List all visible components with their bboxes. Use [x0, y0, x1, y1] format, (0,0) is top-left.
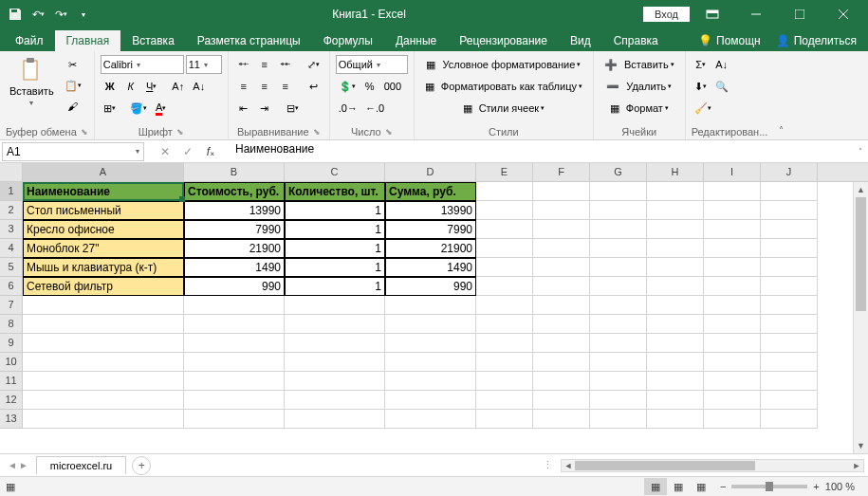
number-format-combo[interactable]: Общий▾ — [336, 55, 408, 74]
sort-filter-button[interactable]: A↓ — [712, 55, 731, 74]
cell[interactable] — [184, 391, 285, 410]
fill-color-button[interactable]: 🪣▾ — [127, 99, 150, 118]
align-middle-button[interactable]: ≡ — [255, 55, 274, 74]
cell[interactable] — [533, 315, 590, 334]
cell[interactable] — [647, 334, 704, 353]
cell[interactable] — [590, 182, 647, 201]
cell[interactable]: Кресло офисное — [23, 220, 184, 239]
cell[interactable] — [761, 391, 818, 410]
tab-data[interactable]: Данные — [384, 30, 448, 51]
format-painter-button[interactable]: 🖌 — [62, 97, 84, 116]
cell[interactable] — [761, 372, 818, 391]
cell[interactable] — [647, 201, 704, 220]
cell[interactable] — [184, 410, 285, 429]
vertical-scrollbar[interactable]: ▲ ▼ — [853, 182, 868, 453]
save-icon[interactable] — [8, 7, 23, 22]
cell[interactable] — [385, 334, 476, 353]
cell[interactable] — [285, 315, 385, 334]
decrease-font-button[interactable]: A↓ — [190, 77, 209, 96]
minimize-button[interactable] — [735, 0, 777, 28]
column-header[interactable]: F — [533, 163, 590, 181]
cell[interactable] — [476, 410, 533, 429]
scroll-down-icon[interactable]: ▼ — [854, 438, 868, 453]
scroll-right-icon[interactable]: ► — [850, 460, 863, 471]
cell[interactable] — [285, 334, 385, 353]
row-header[interactable]: 4 — [0, 239, 23, 258]
cell[interactable] — [590, 239, 647, 258]
zoom-out-button[interactable]: − — [720, 481, 726, 492]
cell[interactable] — [23, 391, 184, 410]
italic-button[interactable]: К — [121, 77, 140, 96]
comma-button[interactable]: 000 — [381, 77, 404, 96]
cell[interactable] — [590, 201, 647, 220]
page-layout-view-button[interactable]: ▦ — [667, 478, 690, 495]
cell[interactable]: 13990 — [184, 201, 285, 220]
cell[interactable] — [647, 239, 704, 258]
decrease-decimal-button[interactable]: ←.0 — [362, 99, 387, 118]
tab-page-layout[interactable]: Разметка страницы — [186, 30, 312, 51]
sheet-tab[interactable]: microexcel.ru — [36, 456, 126, 474]
cell[interactable] — [23, 353, 184, 372]
cell[interactable] — [761, 182, 818, 201]
cell-styles-button[interactable]: ▦ Стили ячеек▾ — [420, 99, 587, 118]
vscroll-thumb[interactable] — [856, 197, 866, 311]
cell[interactable] — [476, 391, 533, 410]
cell[interactable] — [476, 277, 533, 296]
cell[interactable] — [647, 182, 704, 201]
cell[interactable] — [704, 277, 761, 296]
orientation-button[interactable]: ⤢▾ — [305, 55, 323, 74]
currency-button[interactable]: 💲▾ — [336, 77, 359, 96]
cell[interactable] — [590, 258, 647, 277]
cell[interactable] — [590, 296, 647, 315]
cell[interactable] — [704, 410, 761, 429]
sheet-nav-prev-icon[interactable]: ◄ — [8, 460, 17, 470]
cell[interactable]: 1 — [285, 201, 385, 220]
tab-review[interactable]: Рецензирование — [448, 30, 559, 51]
tab-file[interactable]: Файл — [4, 30, 55, 51]
paste-button[interactable]: Вставить ▾ — [6, 55, 58, 109]
cell[interactable] — [590, 410, 647, 429]
cell[interactable] — [533, 410, 590, 429]
add-sheet-button[interactable]: + — [132, 456, 151, 475]
cell[interactable] — [385, 353, 476, 372]
row-header[interactable]: 8 — [0, 315, 23, 334]
row-header[interactable]: 2 — [0, 201, 23, 220]
cell[interactable]: Наименование — [23, 182, 184, 201]
cell[interactable] — [184, 296, 285, 315]
cell[interactable] — [533, 334, 590, 353]
cell[interactable] — [533, 201, 590, 220]
row-header[interactable]: 3 — [0, 220, 23, 239]
zoom-level[interactable]: 100 % — [825, 481, 855, 492]
cell[interactable] — [761, 201, 818, 220]
format-cells-button[interactable]: ▦ Формат▾ — [600, 99, 679, 118]
cell[interactable] — [476, 220, 533, 239]
login-button[interactable]: Вход — [643, 7, 690, 22]
cell[interactable]: 7990 — [385, 220, 476, 239]
row-header[interactable]: 1 — [0, 182, 23, 201]
cell[interactable] — [761, 277, 818, 296]
cell[interactable] — [476, 372, 533, 391]
cell[interactable] — [23, 410, 184, 429]
spreadsheet-grid[interactable]: ABCDEFGHIJ 12345678910111213 Наименовани… — [0, 163, 868, 453]
row-header[interactable]: 7 — [0, 296, 23, 315]
cancel-formula-button[interactable]: ✕ — [154, 142, 176, 161]
column-header[interactable]: D — [385, 163, 476, 181]
cell[interactable]: 1490 — [184, 258, 285, 277]
normal-view-button[interactable]: ▦ — [644, 478, 667, 495]
cell[interactable] — [590, 391, 647, 410]
cell[interactable] — [285, 391, 385, 410]
cell[interactable] — [533, 277, 590, 296]
zoom-in-button[interactable]: + — [813, 481, 819, 492]
merge-button[interactable]: ⊟▾ — [284, 99, 303, 118]
cell[interactable] — [533, 391, 590, 410]
cell[interactable] — [385, 391, 476, 410]
cell[interactable]: 13990 — [385, 201, 476, 220]
formula-input[interactable]: Наименование — [230, 142, 853, 161]
cell[interactable] — [533, 372, 590, 391]
cell[interactable] — [647, 353, 704, 372]
cell[interactable] — [476, 315, 533, 334]
maximize-button[interactable] — [779, 0, 821, 28]
row-header[interactable]: 6 — [0, 277, 23, 296]
cut-button[interactable]: ✂ — [62, 55, 84, 74]
insert-cells-button[interactable]: ➕ Вставить▾ — [600, 55, 679, 74]
